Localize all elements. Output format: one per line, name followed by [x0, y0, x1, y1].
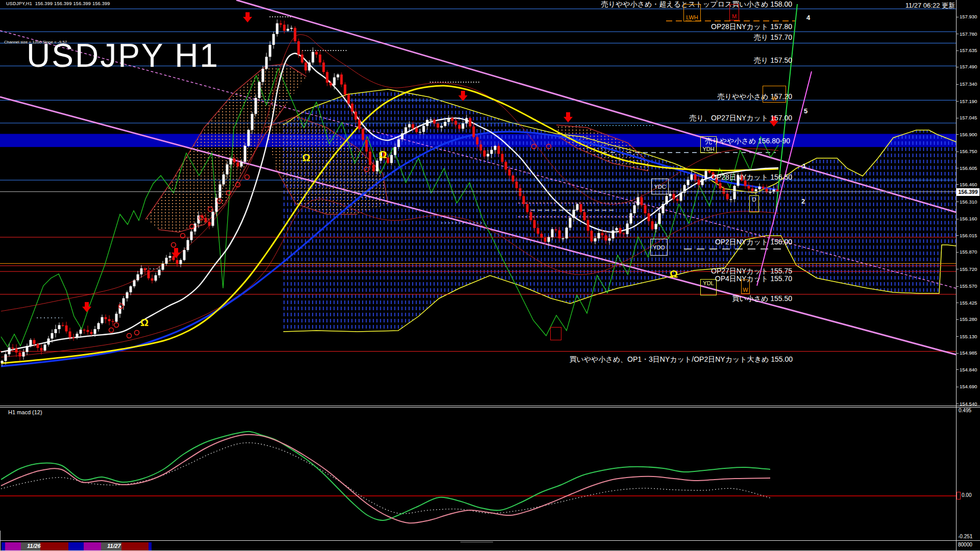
candle	[562, 238, 565, 239]
candle	[676, 199, 679, 201]
candle	[733, 186, 736, 199]
price-label: 155.130	[960, 334, 977, 339]
candle	[566, 228, 568, 238]
candle	[223, 174, 225, 185]
axis-tick	[956, 152, 959, 152]
candle	[626, 223, 629, 234]
candle	[398, 139, 400, 147]
down-arrow-marker	[243, 12, 252, 22]
candle	[583, 212, 586, 220]
candle	[423, 126, 425, 132]
date-label: 11/27	[107, 543, 121, 549]
axis-tick	[956, 84, 959, 85]
symbol-title: USDJPY,H1 156.399 156.399 156.399 156.39…	[6, 1, 110, 6]
price-label: 154.690	[960, 384, 977, 389]
down-arrow-marker	[458, 91, 468, 101]
price-label: 156.900	[960, 132, 977, 137]
axis-tick	[956, 252, 959, 253]
volume-axis-label: 80000	[958, 542, 972, 547]
candle	[240, 162, 243, 166]
price-axis[interactable]: 157.930157.780157.635157.490157.340157.1…	[956, 0, 980, 541]
candle	[769, 192, 772, 193]
candle	[58, 325, 61, 329]
candle	[448, 118, 450, 122]
candle	[144, 268, 146, 270]
candle	[469, 118, 472, 126]
candle	[494, 146, 497, 150]
candle	[558, 231, 561, 239]
candle	[651, 221, 654, 230]
candle	[662, 204, 665, 213]
candle	[548, 237, 550, 242]
axis-tick	[956, 286, 959, 287]
candle	[94, 329, 96, 334]
candle	[623, 233, 625, 234]
candle	[741, 175, 743, 180]
candle	[348, 94, 350, 104]
candle	[76, 334, 79, 338]
candle	[544, 238, 547, 242]
candle	[508, 169, 511, 176]
candle	[751, 188, 754, 191]
candle	[362, 129, 364, 140]
price-label: 157.190	[960, 98, 977, 104]
price-label: 156.750	[960, 148, 977, 154]
candle	[219, 184, 222, 197]
omega-marker: Ω	[302, 152, 310, 163]
candle	[462, 123, 464, 129]
candle	[244, 146, 247, 162]
candle	[776, 189, 779, 191]
axis-tick	[956, 118, 959, 118]
candle	[19, 353, 21, 357]
candle	[290, 28, 293, 29]
price-label: 156.160	[960, 216, 977, 221]
candle	[569, 218, 572, 228]
candle	[312, 52, 314, 63]
candle	[530, 212, 532, 220]
candle	[258, 82, 261, 98]
candle	[730, 199, 732, 200]
candle	[47, 339, 50, 345]
omega-marker: Ω	[379, 149, 387, 160]
price-label: 157.780	[960, 31, 977, 37]
candle	[319, 55, 322, 63]
candle	[340, 74, 343, 85]
price-label: 155.280	[960, 316, 977, 322]
timeline-bar: 11/2611/27	[1, 542, 956, 550]
candle	[173, 256, 175, 260]
candle	[180, 260, 182, 264]
candle	[637, 197, 640, 206]
axis-tick	[956, 67, 959, 67]
price-label: 154.840	[960, 367, 977, 372]
candle	[601, 233, 604, 235]
candle	[580, 204, 582, 212]
price-label: 157.045	[960, 115, 977, 120]
candle	[251, 114, 254, 130]
chart-window: ΩΩΩΩ USDJPY H1 USDJPY,H1 156.399 156.399…	[0, 0, 980, 551]
candle	[169, 256, 172, 258]
candle	[101, 317, 104, 323]
candle	[283, 24, 286, 31]
signal-ring	[135, 331, 139, 335]
candle	[301, 55, 304, 63]
candle	[137, 274, 139, 281]
candle	[80, 330, 82, 334]
candle	[155, 276, 157, 281]
candle	[37, 344, 39, 348]
candle	[333, 78, 336, 86]
candle	[22, 352, 25, 357]
session-segment	[2, 542, 5, 550]
candle	[72, 337, 75, 338]
candle	[344, 85, 347, 95]
axis-tick	[956, 235, 959, 236]
axis-tick	[956, 101, 959, 102]
axis-tick	[956, 51, 959, 51]
candle	[587, 220, 590, 231]
candle	[526, 204, 529, 212]
candle	[680, 193, 682, 201]
candle	[698, 180, 700, 185]
candle	[208, 222, 211, 226]
candle	[594, 238, 597, 241]
candle	[212, 212, 214, 226]
down-arrow-marker	[769, 116, 778, 127]
